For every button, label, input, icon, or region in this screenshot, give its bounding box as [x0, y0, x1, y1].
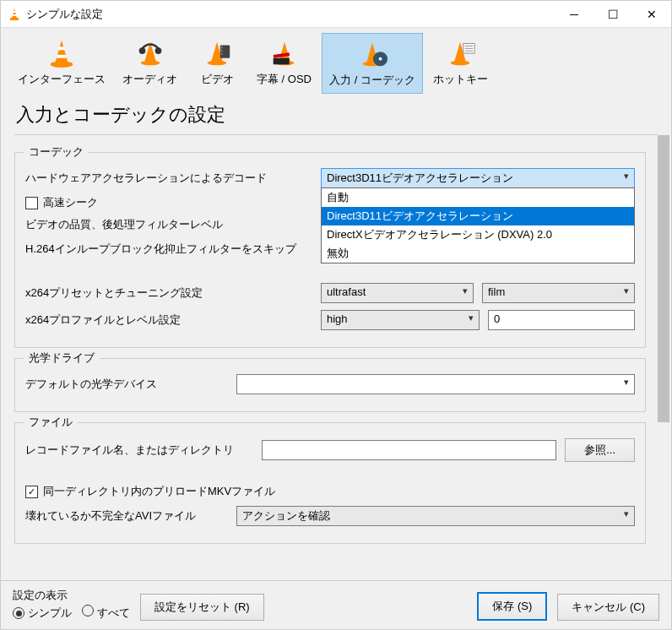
combo-value: film — [488, 285, 505, 298]
hw-decode-combo[interactable]: Direct3D11ビデオアクセラレーション — [321, 168, 635, 188]
titlebar: シンプルな設定 ─ ☐ ✕ — [1, 1, 671, 28]
cone-clapper-icon — [268, 36, 301, 70]
svg-rect-2 — [12, 14, 16, 16]
dropdown-option-auto[interactable]: 自動 — [322, 188, 634, 207]
settings-content: コーデック ハードウェアアクセラレーションによるデコード Direct3D11ビ… — [1, 135, 656, 580]
radio-icon — [13, 607, 24, 619]
close-button[interactable]: ✕ — [632, 1, 671, 28]
tab-label: ビデオ — [201, 72, 234, 87]
category-tabs: インターフェース オーディオ ビデオ 字幕 / OSD 入力 / コーデック ホ… — [1, 28, 671, 94]
cone-headphones-icon — [133, 36, 167, 70]
preload-mkv-checkbox[interactable]: ✓ — [25, 486, 38, 498]
group-title: 光学ドライブ — [24, 350, 100, 366]
optical-device-label: デフォルトの光学デバイス — [25, 377, 228, 392]
broken-avi-combo[interactable]: アクションを確認 — [236, 506, 635, 526]
dropdown-option-d3d11[interactable]: Direct3D11ビデオアクセラレーション — [322, 207, 634, 225]
svg-point-3 — [51, 62, 73, 68]
radio-all[interactable]: すべて — [82, 605, 130, 621]
codec-group: コーデック ハードウェアアクセラレーションによるデコード Direct3D11ビ… — [14, 152, 646, 348]
svg-rect-11 — [221, 46, 223, 48]
cone-disc-icon — [355, 37, 389, 71]
tab-video[interactable]: ビデオ — [187, 33, 247, 94]
fast-seek-checkbox[interactable] — [25, 197, 38, 209]
vlc-icon — [8, 8, 21, 21]
combo-value: ultrafast — [327, 285, 366, 298]
group-title: ファイル — [24, 415, 78, 430]
tab-label: ホットキー — [433, 72, 488, 87]
svg-point-20 — [451, 61, 470, 66]
browse-button[interactable]: 参照... — [565, 438, 635, 462]
group-title: コーデック — [24, 144, 89, 160]
optical-device-combo[interactable] — [236, 374, 635, 394]
svg-rect-5 — [57, 55, 66, 58]
tab-label: オーディオ — [122, 72, 177, 87]
optical-group: 光学ドライブ デフォルトの光学デバイス — [14, 358, 646, 412]
preferences-window: シンプルな設定 ─ ☐ ✕ インターフェース オーディオ ビデオ 字幕 / OS… — [0, 0, 672, 630]
minimize-button[interactable]: ─ — [555, 1, 593, 28]
svg-rect-4 — [58, 46, 65, 50]
dropdown-option-none[interactable]: 無効 — [322, 244, 634, 263]
input-value: 0 — [494, 312, 500, 325]
reset-button[interactable]: 設定をリセット (R) — [140, 594, 264, 621]
x264-profile-combo[interactable]: high — [321, 310, 480, 330]
radio-icon — [82, 605, 94, 616]
h264-skip-label: H.264インループブロック化抑止フィルターをスキップ — [25, 242, 312, 257]
svg-point-8 — [154, 47, 161, 54]
cone-film-icon — [200, 36, 234, 70]
page-title: 入力とコーデックの設定 — [1, 94, 671, 134]
tab-input-codecs[interactable]: 入力 / コーデック — [322, 33, 423, 94]
broken-avi-label: 壊れているか不完全なAVIファイル — [25, 508, 228, 524]
file-group: ファイル レコードファイル名、またはディレクトリ 参照... ✓ 同一ディレクト… — [14, 422, 646, 544]
x264-preset-combo[interactable]: ultrafast — [321, 283, 474, 303]
combo-value: high — [327, 312, 348, 325]
radio-simple[interactable]: シンプル — [13, 606, 72, 621]
fast-seek-label: 高速シーク — [43, 195, 98, 210]
combo-value: アクションを確認 — [242, 509, 330, 522]
scrollbar-thumb[interactable] — [658, 135, 669, 422]
tab-label: 字幕 / OSD — [257, 72, 312, 87]
x264-preset-label: x264プリセットとチューニング設定 — [25, 285, 312, 301]
dropdown-option-dxva[interactable]: DirectXビデオアクセラレーション (DXVA) 2.0 — [322, 225, 634, 244]
hw-decode-label: ハードウェアアクセラレーションによるデコード — [25, 171, 312, 186]
svg-rect-12 — [221, 50, 223, 52]
tab-audio[interactable]: オーディオ — [116, 33, 184, 94]
svg-point-6 — [140, 61, 160, 66]
window-title: シンプルな設定 — [26, 7, 555, 22]
x264-profile-label: x264プロファイルとレベル設定 — [25, 312, 312, 328]
window-controls: ─ ☐ ✕ — [555, 1, 671, 28]
combo-value: Direct3D11ビデオアクセラレーション — [327, 171, 513, 184]
svg-point-19 — [379, 57, 382, 61]
bottom-bar: 設定の表示 シンプル すべて 設定をリセット (R) 保存 (S) キャンセル … — [1, 580, 671, 629]
show-settings-group: 設定の表示 シンプル すべて — [13, 588, 130, 621]
tab-interface[interactable]: インターフェース — [11, 33, 112, 94]
x264-tune-combo[interactable]: film — [482, 283, 635, 303]
x264-level-input[interactable]: 0 — [488, 310, 635, 330]
tab-label: 入力 / コーデック — [329, 73, 415, 88]
vertical-scrollbar[interactable] — [656, 135, 671, 580]
svg-rect-0 — [10, 18, 19, 20]
cone-list-icon — [443, 36, 477, 70]
svg-rect-13 — [221, 53, 223, 55]
svg-point-9 — [208, 61, 227, 66]
tab-subtitles[interactable]: 字幕 / OSD — [250, 33, 318, 94]
svg-rect-15 — [273, 58, 289, 65]
video-quality-label: ビデオの品質、後処理フィルターレベル — [25, 217, 312, 232]
tab-label: インターフェース — [18, 72, 106, 87]
preload-mkv-label: 同一ディレクトリ内のプリロードMKVファイル — [43, 484, 275, 499]
maximize-button[interactable]: ☐ — [593, 1, 632, 28]
show-settings-label: 設定の表示 — [13, 588, 130, 603]
record-path-input[interactable] — [262, 440, 556, 460]
record-path-label: レコードファイル名、またはディレクトリ — [25, 443, 253, 458]
save-button[interactable]: 保存 (S) — [477, 592, 547, 621]
hw-decode-dropdown: 自動 Direct3D11ビデオアクセラレーション DirectXビデオアクセラ… — [321, 187, 635, 263]
svg-rect-1 — [13, 11, 16, 13]
cancel-button[interactable]: キャンセル (C) — [557, 594, 659, 621]
cone-icon — [45, 36, 79, 70]
tab-hotkeys[interactable]: ホットキー — [426, 33, 495, 94]
svg-point-7 — [138, 47, 145, 54]
